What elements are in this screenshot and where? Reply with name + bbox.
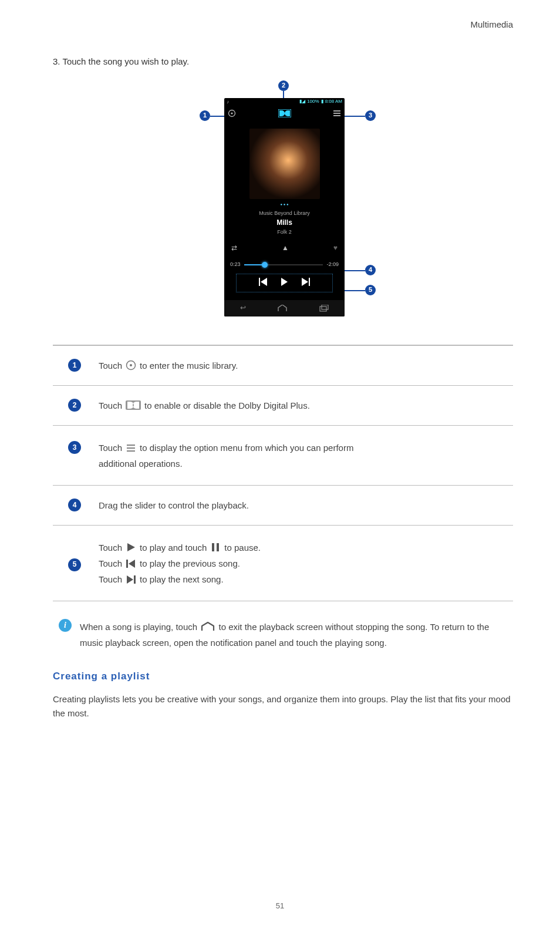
status-time: 8:08 AM	[325, 98, 342, 105]
callout-badge-2: 2	[278, 80, 289, 91]
callout-badge-1: 1	[200, 110, 210, 121]
row5c-pre: Touch	[99, 573, 122, 586]
row5a-post: to pause.	[224, 541, 261, 554]
row5b-post: to play the previous song.	[140, 557, 240, 570]
progress-thumb[interactable]	[262, 262, 268, 268]
battery-icon: ▮	[321, 98, 323, 105]
home-icon	[201, 622, 215, 631]
callout-badge-4: 4	[365, 265, 376, 275]
table-row: 3 Touch to display the option menu from …	[53, 426, 513, 486]
android-navbar: ↩	[224, 300, 345, 316]
album-art	[249, 129, 320, 199]
page-dots: ● ● ●	[224, 203, 345, 206]
svg-marker-22	[129, 560, 135, 568]
step-number: 3.	[53, 56, 60, 66]
svg-rect-3	[333, 110, 340, 112]
play-icon	[126, 543, 136, 552]
favorite-icon[interactable]: ♥	[333, 243, 338, 254]
row-badge-5: 5	[68, 558, 81, 571]
signal-icon: ▮◢	[299, 98, 305, 105]
callout-badge-5: 5	[365, 285, 376, 295]
tip-pre: When a song is playing, touch	[80, 622, 197, 632]
svg-rect-5	[333, 115, 340, 116]
row3-post-b: additional operations.	[99, 457, 183, 470]
previous-icon	[126, 559, 136, 568]
svg-point-14	[130, 364, 132, 366]
table-row: 1 Touch to enter the music library.	[53, 346, 513, 386]
status-bar: ♪ ▮◢ 100% ▮ 8:08 AM	[224, 98, 345, 106]
elapsed-time: 0:23	[230, 261, 241, 269]
row3-post-a: to display the option menu from which yo…	[140, 441, 353, 454]
svg-rect-11	[320, 307, 326, 311]
row1-post: to enter the music library.	[140, 359, 238, 372]
pause-icon	[210, 543, 221, 552]
nav-back-icon[interactable]: ↩	[240, 302, 246, 314]
row3-pre: Touch	[99, 441, 122, 454]
up-arrow-icon[interactable]: ▲	[282, 243, 289, 254]
row2-pre: Touch	[99, 399, 122, 412]
battery-percent: 100%	[307, 98, 319, 105]
row5c-post: to play the next song.	[140, 573, 224, 586]
play-icon[interactable]	[280, 278, 288, 286]
svg-marker-8	[281, 278, 288, 286]
svg-rect-6	[259, 278, 260, 286]
svg-rect-12	[322, 305, 328, 309]
callout-line-3	[343, 116, 365, 117]
svg-rect-20	[217, 543, 219, 551]
svg-rect-17	[127, 450, 135, 452]
callout-badge-3: 3	[365, 110, 376, 121]
svg-marker-10	[302, 278, 308, 286]
previous-icon[interactable]	[259, 278, 268, 286]
row-badge-4: 4	[68, 499, 81, 511]
svg-point-1	[231, 112, 232, 114]
table-row: 4 Drag the slider to control the playbac…	[53, 486, 513, 526]
info-icon: i	[59, 619, 72, 632]
shuffle-icon[interactable]: ⇄	[231, 243, 237, 254]
library-icon[interactable]	[228, 109, 236, 117]
section-header: Multimedia	[53, 18, 513, 31]
subsection-title: Creating a playlist	[53, 669, 513, 684]
row-badge-2: 2	[68, 399, 81, 412]
row4-text: Drag the slider to control the playback.	[99, 499, 249, 512]
table-row: 5 Touch to play and touch to pause. Touc…	[53, 526, 513, 601]
svg-rect-24	[134, 575, 136, 584]
figure: 2 1 3 4 5 ♪ ▮◢ 100% ▮ 8:08 AM	[177, 80, 389, 327]
svg-rect-15	[127, 445, 135, 446]
row2-post: to enable or disable the Dolby Digital P…	[144, 399, 310, 412]
music-note-icon: ♪	[227, 98, 229, 106]
row-badge-3: 3	[68, 441, 81, 454]
tip-text: When a song is playing, touch to exit th…	[80, 619, 513, 652]
control-row: ⇄ ▲ ♥	[224, 237, 345, 257]
nav-recent-icon[interactable]	[319, 305, 329, 312]
menu-icon	[126, 443, 136, 453]
progress-row: 0:23 -2:09	[224, 257, 345, 271]
dolby-icon	[126, 400, 141, 410]
track-meta: Music Beyond Library Mills Folk 2	[224, 210, 345, 237]
next-icon[interactable]	[301, 278, 310, 286]
dolby-icon[interactable]	[278, 109, 291, 117]
player-topbar	[224, 106, 345, 120]
menu-icon[interactable]	[333, 109, 341, 117]
svg-rect-19	[212, 543, 214, 551]
track-title: Mills	[224, 217, 345, 228]
step-3: 3. Touch the song you wish to play.	[53, 55, 513, 68]
svg-rect-9	[309, 278, 310, 286]
step-text: Touch the song you wish to play.	[62, 56, 189, 66]
tip-box: i When a song is playing, touch to exit …	[59, 619, 513, 652]
svg-marker-18	[127, 543, 135, 551]
svg-marker-7	[261, 278, 267, 286]
nav-home-icon[interactable]	[278, 305, 287, 312]
figure-area: 2 1 3 4 5 ♪ ▮◢ 100% ▮ 8:08 AM	[53, 80, 513, 327]
progress-slider[interactable]	[244, 264, 323, 265]
subsection-paragraph: Creating playlists lets you be creative …	[53, 692, 513, 720]
svg-marker-23	[127, 575, 133, 584]
library-icon	[126, 361, 136, 370]
row5a-pre: Touch	[99, 541, 122, 554]
svg-rect-21	[126, 560, 128, 568]
explanation-table: 1 Touch to enter the music library. 2 To…	[53, 345, 513, 601]
transport-controls	[236, 274, 333, 292]
table-row: 2 Touch to enable or disable the Dolby D…	[53, 386, 513, 426]
row5b-pre: Touch	[99, 557, 122, 570]
row5a-mid: to play and touch	[140, 541, 207, 554]
row-badge-1: 1	[68, 359, 81, 372]
